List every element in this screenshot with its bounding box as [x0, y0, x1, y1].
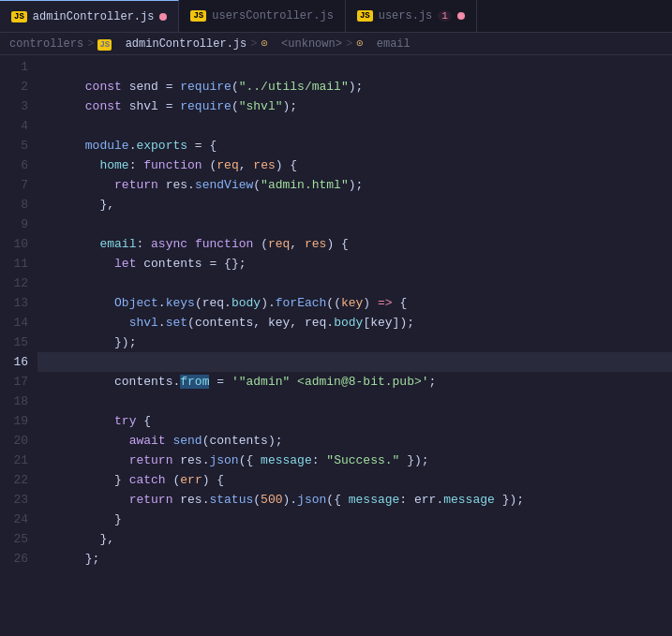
code-area[interactable]: const send = require("../utils/mail"); c…	[37, 55, 672, 632]
code-line-24: },	[37, 510, 672, 529]
tab-users[interactable]: JS users.js 1	[346, 0, 477, 32]
code-line-9: email: async function (req, res) {	[37, 214, 672, 234]
line-num: 3	[9, 96, 28, 116]
code-line-26	[37, 549, 672, 569]
line-num: 13	[9, 293, 28, 313]
symbol-icon: ⊙	[356, 37, 363, 51]
code-line-25: };	[37, 529, 672, 549]
line-num: 15	[9, 333, 28, 352]
line-num: 8	[9, 195, 28, 214]
tab-label: users.js	[379, 9, 433, 22]
symbol-icon: ⊙	[261, 37, 267, 51]
line-num: 7	[9, 175, 28, 195]
breadcrumb: controllers > JS adminController.js > ⊙ …	[0, 33, 672, 55]
line-num: 18	[9, 392, 28, 411]
code-line-1: const send = require("../utils/mail");	[37, 57, 672, 77]
line-num: 4	[9, 116, 28, 136]
line-num: 6	[9, 155, 28, 175]
notification-badge: 1	[438, 10, 452, 22]
line-num: 10	[9, 234, 28, 254]
breadcrumb-part-email: ⊙ email	[356, 37, 411, 51]
line-num: 2	[9, 77, 28, 96]
code-line-8	[37, 195, 672, 214]
line-num: 5	[9, 136, 28, 155]
code-line-16: contents.from = '"admin" <admin@8-bit.pu…	[37, 352, 672, 372]
line-num: 19	[9, 411, 28, 431]
line-num: 11	[9, 254, 28, 274]
line-num: 12	[9, 274, 28, 293]
code-line-12: Object.keys(req.body).forEach((key) => {	[37, 274, 672, 293]
line-num: 22	[9, 470, 28, 490]
line-num: 16	[9, 352, 28, 372]
breadcrumb-sep: >	[346, 37, 352, 51]
line-num: 24	[9, 510, 28, 529]
tab-label: adminController.js	[33, 10, 155, 23]
js-icon-breadcrumb: JS	[97, 39, 112, 51]
line-num: 1	[9, 57, 28, 77]
js-icon: JS	[190, 10, 206, 22]
breadcrumb-part-file: JS adminController.js	[97, 37, 246, 51]
tab-bar: JS adminController.js JS usersController…	[0, 0, 672, 33]
tab-label: usersController.js	[212, 9, 334, 22]
line-num: 17	[9, 372, 28, 392]
line-numbers: 1 2 3 4 5 6 7 8 9 10 11 12 13 14 15 16 1…	[0, 55, 37, 632]
line-num: 9	[9, 214, 28, 234]
code-line-4: module.exports = {	[37, 116, 672, 136]
unsaved-dot	[457, 12, 465, 20]
line-num: 26	[9, 549, 28, 569]
line-num: 23	[9, 490, 28, 510]
line-num: 20	[9, 431, 28, 451]
line-num: 14	[9, 313, 28, 333]
line-num: 25	[9, 529, 28, 549]
tab-users-controller[interactable]: JS usersController.js	[179, 0, 345, 32]
breadcrumb-sep: >	[87, 37, 94, 51]
js-icon: JS	[357, 10, 373, 22]
line-num: 21	[9, 451, 28, 470]
breadcrumb-part-controllers: controllers	[9, 37, 83, 51]
code-line-18: try {	[37, 392, 672, 411]
tab-admin-controller[interactable]: JS adminController.js	[0, 0, 179, 32]
editor[interactable]: 1 2 3 4 5 6 7 8 9 10 11 12 13 14 15 16 1…	[0, 55, 672, 632]
breadcrumb-sep: >	[250, 37, 257, 51]
js-icon: JS	[11, 11, 27, 22]
breadcrumb-part-unknown: ⊙ <unknown>	[261, 37, 341, 51]
unsaved-dot	[159, 13, 167, 21]
